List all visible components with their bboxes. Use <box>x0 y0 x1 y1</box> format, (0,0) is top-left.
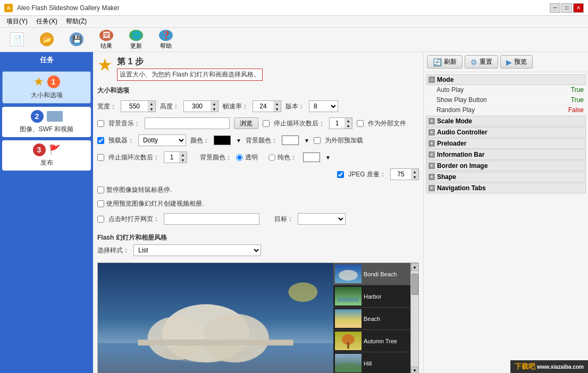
thumb-harbor[interactable]: Harbor <box>333 285 410 308</box>
loop-up[interactable]: ▲ <box>345 118 352 123</box>
jpeg-down[interactable]: ▼ <box>411 174 418 180</box>
result-button[interactable]: 🖼 结果 <box>93 29 120 50</box>
thumb-hill[interactable]: Hill <box>333 352 410 373</box>
height-input[interactable]: ▲ ▼ <box>183 100 219 112</box>
scroll-up[interactable]: ▲ <box>411 263 419 271</box>
thumb-autumn[interactable]: Autumn Tree <box>333 330 410 352</box>
createvideo-check[interactable] <box>97 200 104 207</box>
preloader-check[interactable] <box>97 137 104 144</box>
loop-down[interactable]: ▼ <box>345 123 352 129</box>
audio-header[interactable]: + Audio Controller <box>426 127 586 138</box>
border-header[interactable]: + Border on Image <box>426 160 586 171</box>
browse-button[interactable]: 浏览 <box>234 117 258 129</box>
menu-help[interactable]: 帮助(Z) <box>62 16 91 27</box>
fps-up[interactable]: ▲ <box>273 101 281 106</box>
purecolor-swatch[interactable] <box>303 152 320 162</box>
navtabs-expand[interactable]: + <box>429 185 435 191</box>
open-button[interactable]: 📂 <box>33 29 61 50</box>
border-label: Border on Image <box>437 162 488 169</box>
width-input[interactable]: ▲ ▼ <box>121 100 156 112</box>
loop2-down[interactable]: ▼ <box>179 157 187 163</box>
sidebar-item-step3[interactable]: 3 🚩 发布 <box>2 140 91 171</box>
jpeg-input[interactable]: ▲ ▼ <box>390 168 419 180</box>
step1-row: ★ 1 <box>33 75 60 89</box>
jpeg-field[interactable] <box>391 169 411 180</box>
transparent-radio[interactable] <box>236 154 243 161</box>
mode-expand[interactable]: ─ <box>429 77 435 83</box>
navtabs-header[interactable]: + Navigation Tabs <box>426 183 586 193</box>
height-down[interactable]: ▼ <box>211 106 218 112</box>
reset-button[interactable]: ⚙ 重置 <box>465 55 498 69</box>
minimize-button[interactable]: ─ <box>550 3 560 13</box>
close-button[interactable]: ✕ <box>573 3 584 13</box>
sidebar-item-step2[interactable]: 2 图像、SWF 和视频 <box>2 107 91 137</box>
url-input[interactable] <box>164 213 259 225</box>
bgcolor-arrow[interactable]: ▼ <box>304 138 309 143</box>
loop-stop-field[interactable] <box>330 118 345 129</box>
scalemode-expand[interactable]: + <box>429 118 435 124</box>
fps-down[interactable]: ▼ <box>273 106 281 112</box>
audio-expand[interactable]: + <box>429 129 435 135</box>
width-field[interactable] <box>121 101 148 112</box>
target-select[interactable] <box>298 213 346 225</box>
preload-check[interactable] <box>314 137 321 144</box>
preloader-select[interactable]: DottyBarCircleNone <box>138 134 186 146</box>
width-up[interactable]: ▲ <box>148 101 155 106</box>
sidebar-item-step1[interactable]: ★ 1 大小和选项 <box>2 71 91 104</box>
loop2-input[interactable]: ▲ ▼ <box>164 151 187 163</box>
mode-header[interactable]: ─ Mode <box>426 74 586 85</box>
fps-field[interactable] <box>253 101 273 112</box>
preview-scrollbar[interactable]: ▲ ▼ <box>410 263 418 373</box>
bgmusic-check[interactable] <box>97 120 104 127</box>
purecolor-radio[interactable] <box>268 154 275 161</box>
jpeg-check[interactable] <box>337 171 344 178</box>
version-label: 版本： <box>285 102 305 111</box>
bgmusic-input[interactable] <box>145 117 230 129</box>
color-swatch[interactable] <box>214 135 231 145</box>
style-select[interactable]: ListGridSliderFade <box>133 244 261 256</box>
scroll-thumb[interactable] <box>411 274 418 295</box>
help-button[interactable]: ❓ 帮助 <box>152 29 180 50</box>
infobar-header[interactable]: + Information Bar <box>426 149 586 160</box>
save-button[interactable]: 💾 <box>63 29 90 50</box>
preloader-header[interactable]: + Preloader <box>426 138 586 149</box>
random-play-name: Random Play <box>436 106 568 114</box>
update-button[interactable]: 🌐 更新 <box>122 29 150 50</box>
thumbnail-list: Bondi Beach Harbor Beach <box>333 263 410 373</box>
menu-project[interactable]: 项目(Y) <box>2 16 32 27</box>
height-spinners: ▲ ▼ <box>211 101 218 112</box>
width-down[interactable]: ▼ <box>148 106 155 112</box>
scalemode-header[interactable]: + Scale Mode <box>426 116 586 126</box>
new-button[interactable]: 📄 <box>3 29 31 50</box>
pause-check[interactable] <box>97 186 104 193</box>
jpeg-up[interactable]: ▲ <box>411 169 418 174</box>
maximize-button[interactable]: □ <box>561 3 572 13</box>
external-file-check[interactable] <box>357 120 364 127</box>
height-up[interactable]: ▲ <box>211 101 218 106</box>
thumb-bondi[interactable]: Bondi Beach <box>333 263 410 285</box>
sidebar-header: 任务 <box>0 52 93 68</box>
preloader-expand[interactable]: + <box>429 140 435 147</box>
shape-header[interactable]: + Shape <box>426 172 586 182</box>
fps-input[interactable]: ▲ ▼ <box>253 100 281 112</box>
refresh-button[interactable]: 🔄 刷新 <box>427 55 463 69</box>
preview-button[interactable]: ▶ 预览 <box>500 55 533 69</box>
loop2-up[interactable]: ▲ <box>179 152 187 157</box>
bgcolor-swatch[interactable] <box>282 135 299 145</box>
color-arrow[interactable]: ▼ <box>236 138 241 143</box>
infobar-expand[interactable]: + <box>429 151 435 158</box>
thumb-beach[interactable]: Beach <box>333 308 410 330</box>
purecolor-arrow[interactable]: ▼ <box>325 155 331 160</box>
height-field[interactable] <box>184 101 211 112</box>
loop-stop-check[interactable] <box>263 120 270 127</box>
loop-stop-input[interactable]: ▲ ▼ <box>329 117 352 129</box>
loop2-check[interactable] <box>97 154 104 161</box>
url-check[interactable] <box>97 216 104 223</box>
version-select[interactable]: 876 <box>309 100 338 112</box>
shape-expand[interactable]: + <box>429 174 435 180</box>
menu-task[interactable]: 任务(X) <box>32 16 62 27</box>
loop2-field[interactable] <box>164 152 179 163</box>
prop-section-audio: + Audio Controller <box>426 127 586 138</box>
border-expand[interactable]: + <box>429 163 435 169</box>
scroll-down[interactable]: ▼ <box>411 367 419 373</box>
